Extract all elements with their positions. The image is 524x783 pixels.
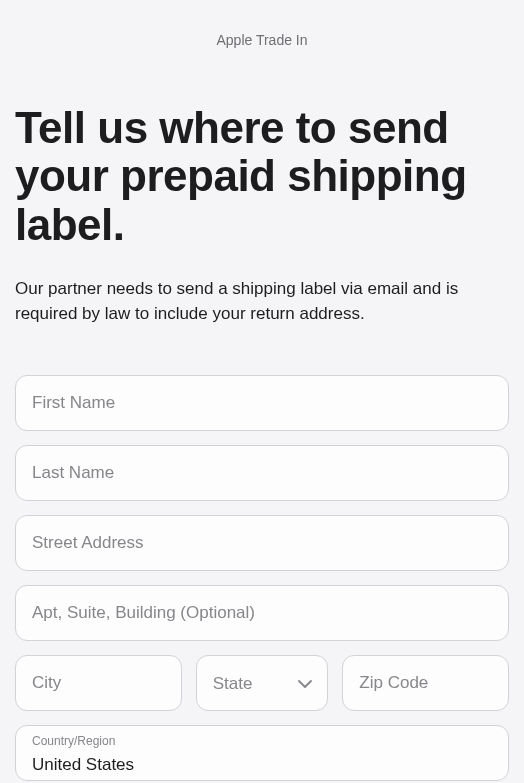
zip-code-input[interactable] bbox=[342, 655, 509, 711]
country-value: United States bbox=[32, 755, 492, 775]
description-text: Our partner needs to send a shipping lab… bbox=[15, 277, 509, 327]
page-title: Tell us where to send your prepaid shipp… bbox=[15, 104, 509, 249]
shipping-form: State Country/Region United States bbox=[15, 375, 509, 781]
breadcrumb: Apple Trade In bbox=[15, 0, 509, 48]
state-select[interactable]: State bbox=[196, 655, 329, 711]
country-field[interactable]: Country/Region United States bbox=[15, 725, 509, 781]
last-name-input[interactable] bbox=[15, 445, 509, 501]
first-name-input[interactable] bbox=[15, 375, 509, 431]
apt-input[interactable] bbox=[15, 585, 509, 641]
street-address-input[interactable] bbox=[15, 515, 509, 571]
city-input[interactable] bbox=[15, 655, 182, 711]
country-label: Country/Region bbox=[32, 734, 115, 748]
state-select-wrapper: State bbox=[196, 655, 329, 711]
